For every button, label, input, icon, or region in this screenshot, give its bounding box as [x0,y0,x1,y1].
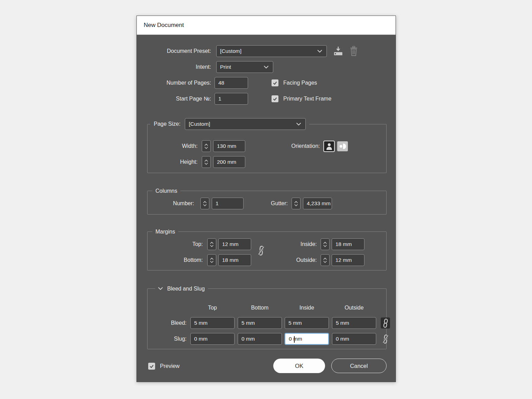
gutter-input[interactable]: 4,233 mm [303,198,332,209]
portrait-orientation-icon [325,142,333,151]
stepper-down-icon [203,204,207,206]
height-row: Height: 200 mm [148,156,386,168]
bleed-bottom-input[interactable]: 5 mm [238,317,282,329]
stepper-up-icon [323,258,327,260]
slug-outside-input[interactable]: 0 mm [332,333,376,345]
bleed-top-value: 5 mm [194,320,208,326]
landscape-orientation-icon [338,143,347,150]
bleed-slug-legend-text: Bleed and Slug [167,285,205,292]
height-input[interactable]: 200 mm [213,156,245,168]
text-caret [294,336,295,343]
stepper-up-icon [203,201,207,203]
columns-row: Number: 1 Gutter: 4,233 mm [148,198,386,209]
preview-control[interactable]: Preview [148,360,180,372]
new-document-dialog: New Document Document Preset: [Custom] [136,16,396,382]
stepper-down-icon [210,245,213,247]
stepper-down-icon [323,245,327,247]
margin-outside-value: 12 mm [335,257,352,263]
width-stepper[interactable] [202,140,211,152]
columns-number-stepper[interactable] [200,198,209,209]
save-preset-button[interactable] [332,46,344,56]
width-row: Width: 130 mm Orientation: [148,140,386,152]
columns-legend: Columns [152,187,180,194]
gutter-label: Gutter: [250,200,288,207]
margin-inside-input[interactable]: 18 mm [332,238,364,250]
bleed-link-toggle[interactable] [381,317,390,329]
slug-link-toggle[interactable] [381,333,390,344]
page-size-label: Page Size: [154,121,180,127]
height-stepper[interactable] [202,156,211,168]
delete-preset-button[interactable] [349,46,359,57]
columns-group: Columns Number: 1 Gutter: 4,233 mm [147,191,387,215]
margin-bottom-stepper[interactable] [207,254,216,266]
facing-pages-control[interactable]: Facing Pages [272,79,317,86]
document-preset-value: [Custom] [220,48,241,54]
bleed-slug-legend[interactable]: Bleed and Slug [155,285,208,292]
bs-header-top: Top [190,305,235,311]
slug-top-value: 0 mm [194,336,208,342]
stepper-up-icon [210,242,213,244]
bs-header-outside: Outside [332,305,376,311]
preview-checkbox[interactable] [148,363,155,370]
chevron-down-icon [296,123,301,126]
height-value: 200 mm [217,159,236,165]
stepper-up-icon [294,201,298,203]
dialog-title: New Document [144,22,184,29]
margin-top-stepper[interactable] [207,238,216,250]
margins-legend: Margins [152,228,178,235]
margin-bottom-input[interactable]: 18 mm [218,254,251,266]
broken-chain-icon [382,334,389,344]
orientation-landscape-button[interactable] [337,141,348,151]
gutter-stepper[interactable] [292,198,301,209]
margin-top-value: 12 mm [222,241,238,247]
slug-inside-value: 0 mm [289,336,302,342]
bleed-top-input[interactable]: 5 mm [190,317,235,329]
margin-outside-input[interactable]: 12 mm [332,254,364,266]
number-of-pages-label: Number of Pages: [149,80,211,86]
margin-outside-label: Outside: [268,257,317,263]
margin-inside-stepper[interactable] [321,238,330,250]
margins-group: Margins Top: 12 mm Inside: 18 mm [147,231,387,270]
number-of-pages-value: 48 [218,80,224,86]
document-preset-dropdown[interactable]: [Custom] [216,45,327,57]
bleed-slug-group: Bleed and Slug Top Bottom Inside Outside… [147,288,387,349]
chain-link-icon [382,319,389,328]
intent-dropdown[interactable]: Print [216,61,273,73]
width-label: Width: [148,143,198,149]
dialog-titlebar[interactable]: New Document [137,16,396,35]
cancel-button[interactable]: Cancel [331,359,387,373]
margin-top-input[interactable]: 12 mm [218,238,251,250]
bleed-bottom-value: 5 mm [241,320,255,326]
start-page-input[interactable]: 1 [215,93,248,105]
width-value: 130 mm [217,143,236,149]
primary-text-frame-control[interactable]: Primary Text Frame [272,95,331,102]
facing-pages-label: Facing Pages [283,80,317,86]
trash-icon [349,46,359,57]
save-preset-icon [332,46,344,56]
bleed-outside-input[interactable]: 5 mm [332,317,376,329]
bleed-label: Bleed: [148,320,187,326]
bleed-outside-value: 5 mm [336,320,349,326]
number-of-pages-input[interactable]: 48 [215,77,248,89]
orientation-portrait-button[interactable] [323,141,335,152]
gutter-value: 4,233 mm [307,200,331,207]
ok-button[interactable]: OK [273,359,325,373]
height-label: Height: [148,159,198,165]
number-of-pages-row: Number of Pages: 48 Facing Pages [149,77,387,89]
slug-inside-input[interactable]: 0 mm [285,333,329,345]
page-size-dropdown[interactable]: [Custom] [185,118,306,130]
collapse-chevron-icon [158,287,163,290]
page-size-group: Page Size: [Custom] Width: 130 mm Orient… [147,124,387,173]
facing-pages-checkbox[interactable] [272,79,278,86]
width-input[interactable]: 130 mm [213,140,245,152]
columns-number-input[interactable]: 1 [212,198,244,209]
margin-outside-stepper[interactable] [321,254,330,266]
slug-top-input[interactable]: 0 mm [190,333,235,345]
slug-bottom-input[interactable]: 0 mm [238,333,282,345]
bleed-inside-input[interactable]: 5 mm [285,317,329,329]
columns-number-label: Number: [148,200,194,207]
primary-text-frame-checkbox[interactable] [272,95,278,102]
bleed-inside-value: 5 mm [288,320,302,326]
check-icon [273,81,277,85]
stepper-down-icon [323,261,327,263]
